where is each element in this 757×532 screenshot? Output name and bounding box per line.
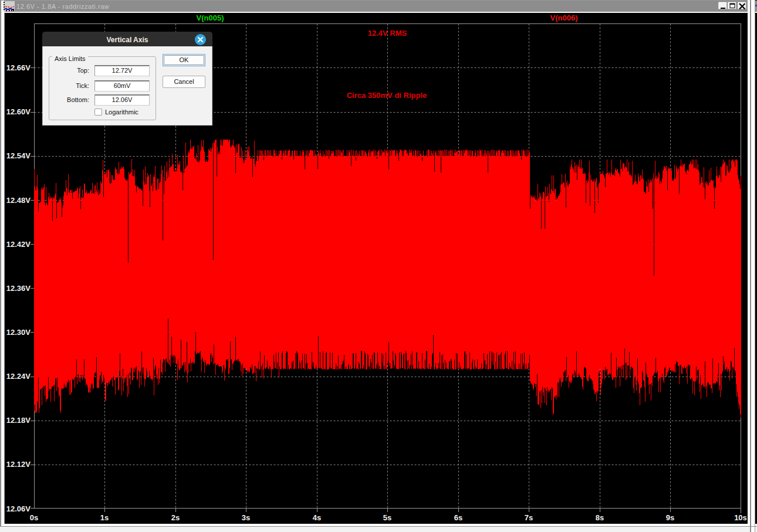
svg-text:12.4V RMS: 12.4V RMS xyxy=(368,29,407,38)
svg-text:10s: 10s xyxy=(734,513,747,522)
svg-text:9s: 9s xyxy=(666,513,674,522)
svg-text:5s: 5s xyxy=(383,513,391,522)
svg-text:7s: 7s xyxy=(525,513,533,522)
svg-text:12.66V: 12.66V xyxy=(6,63,31,72)
svg-text:V(n006): V(n006) xyxy=(550,13,578,22)
svg-text:12.42V: 12.42V xyxy=(6,240,31,249)
svg-text:4s: 4s xyxy=(313,513,321,522)
svg-text:12.54V: 12.54V xyxy=(6,151,31,160)
svg-text:12.36V: 12.36V xyxy=(6,284,31,293)
svg-text:12.48V: 12.48V xyxy=(6,196,31,205)
svg-text:12.06V: 12.06V xyxy=(6,504,31,513)
svg-text:Circa 350mV di Ripple: Circa 350mV di Ripple xyxy=(347,91,427,100)
svg-text:3s: 3s xyxy=(242,513,250,522)
svg-text:12.12V: 12.12V xyxy=(6,460,31,469)
svg-text:V(n005): V(n005) xyxy=(197,13,224,22)
svg-text:12.30V: 12.30V xyxy=(6,328,31,337)
svg-text:0s: 0s xyxy=(30,513,38,522)
svg-text:12.18V: 12.18V xyxy=(6,416,31,425)
svg-text:12.60V: 12.60V xyxy=(6,107,31,116)
svg-text:2s: 2s xyxy=(171,513,180,522)
svg-text:1s: 1s xyxy=(100,513,109,522)
svg-text:6s: 6s xyxy=(454,513,462,522)
svg-text:8s: 8s xyxy=(596,513,604,522)
svg-text:12.24V: 12.24V xyxy=(6,372,31,381)
